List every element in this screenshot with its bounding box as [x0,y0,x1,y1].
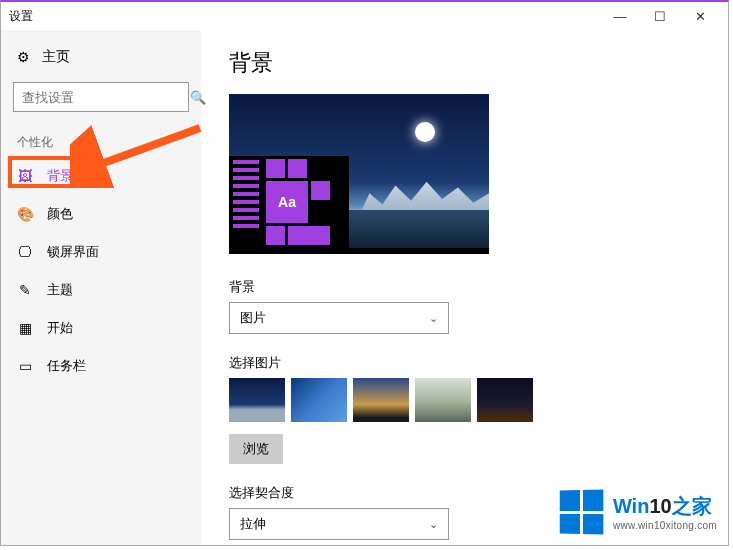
choose-picture-label: 选择图片 [229,354,700,372]
sidebar-item-themes[interactable]: ✎ 主题 [1,271,201,309]
palette-icon: 🎨 [17,206,33,222]
fit-dropdown[interactable]: 拉伸 ⌄ [229,508,449,540]
home-button[interactable]: ⚙ 主页 [1,40,201,74]
fit-label: 选择契合度 [229,484,700,502]
sidebar-section-label: 个性化 [1,120,201,157]
preview-tile-aa: Aa [266,181,308,223]
sidebar-item-colors[interactable]: 🎨 颜色 [1,195,201,233]
thumbnail-4[interactable] [415,378,471,422]
sidebar-item-label: 任务栏 [47,357,86,375]
thumbnail-5[interactable] [477,378,533,422]
sidebar-item-label: 主题 [47,281,73,299]
sidebar-item-background[interactable]: 🖼 背景 [1,157,201,195]
monitor-icon: 🖵 [17,244,33,260]
settings-window: 设置 — ☐ ✕ ⚙ 主页 🔍 个性化 🖼 背景 🎨 颜色 [0,0,729,546]
background-type-dropdown[interactable]: 图片 ⌄ [229,302,449,334]
desktop-preview: Aa [229,94,489,254]
home-label: 主页 [42,48,70,66]
thumbnail-1[interactable] [229,378,285,422]
sidebar-item-label: 颜色 [47,205,73,223]
sidebar-item-label: 背景 [47,167,73,185]
dropdown-value: 图片 [240,309,266,327]
minimize-button[interactable]: — [600,2,640,30]
taskbar-icon: ▭ [17,358,33,374]
browse-button[interactable]: 浏览 [229,434,283,464]
sidebar-item-taskbar[interactable]: ▭ 任务栏 [1,347,201,385]
window-title: 设置 [9,8,600,25]
dropdown-value: 拉伸 [240,515,266,533]
sidebar: ⚙ 主页 🔍 个性化 🖼 背景 🎨 颜色 🖵 锁屏界面 ✎ [1,30,201,545]
content-area: ⚙ 主页 🔍 个性化 🖼 背景 🎨 颜色 🖵 锁屏界面 ✎ [1,30,728,545]
chevron-down-icon: ⌄ [429,312,438,325]
theme-icon: ✎ [17,282,33,298]
search-input[interactable] [22,90,190,105]
page-title: 背景 [229,48,700,78]
search-box[interactable]: 🔍 [13,82,189,112]
gear-icon: ⚙ [17,49,30,65]
maximize-button[interactable]: ☐ [640,2,680,30]
sidebar-item-start[interactable]: ▦ 开始 [1,309,201,347]
main-panel: 背景 Aa [201,30,728,545]
titlebar: 设置 — ☐ ✕ [1,2,728,30]
thumbnail-2[interactable] [291,378,347,422]
sidebar-item-label: 锁屏界面 [47,243,99,261]
sidebar-item-lockscreen[interactable]: 🖵 锁屏界面 [1,233,201,271]
chevron-down-icon: ⌄ [429,518,438,531]
thumbnail-3[interactable] [353,378,409,422]
picture-thumbnails [229,378,700,422]
close-button[interactable]: ✕ [680,2,720,30]
background-type-label: 背景 [229,278,700,296]
sidebar-item-label: 开始 [47,319,73,337]
start-icon: ▦ [17,320,33,336]
picture-icon: 🖼 [17,168,33,184]
